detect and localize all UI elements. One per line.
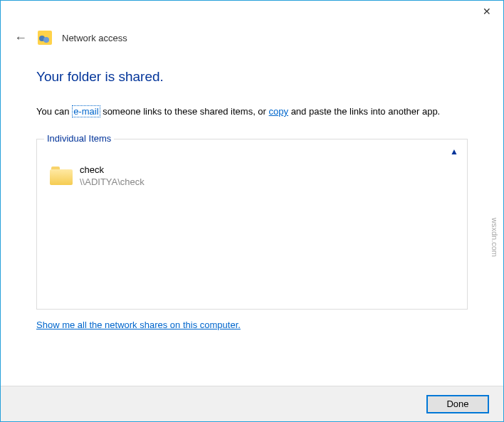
list-item[interactable]: check \\ADITYA\check	[47, 159, 457, 193]
description-text: You can e-mail someone links to these sh…	[36, 105, 468, 119]
desc-prefix: You can	[36, 106, 72, 117]
close-icon: ✕	[483, 6, 491, 17]
header-row: ← Network access	[1, 22, 503, 45]
desc-suffix: and paste the links into another app.	[288, 106, 440, 117]
group-label: Individual Items	[44, 133, 114, 144]
close-button[interactable]: ✕	[471, 1, 503, 22]
main-content: Your folder is shared. You can e-mail so…	[1, 45, 503, 331]
main-heading: Your folder is shared.	[36, 69, 468, 85]
email-link[interactable]: e-mail	[72, 105, 100, 117]
item-text: check \\ADITYA\check	[80, 164, 145, 189]
back-arrow-icon: ←	[14, 31, 27, 46]
show-all-shares-link[interactable]: Show me all the network shares on this c…	[36, 320, 241, 330]
item-path: \\ADITYA\check	[80, 176, 145, 189]
back-button[interactable]: ←	[14, 31, 28, 45]
copy-link[interactable]: copy	[269, 106, 288, 117]
window-titlebar: ✕	[1, 1, 503, 22]
collapse-toggle[interactable]: ▲	[450, 147, 458, 157]
done-button[interactable]: Done	[426, 395, 489, 413]
folder-icon	[50, 167, 73, 185]
network-access-icon	[38, 31, 52, 45]
page-title: Network access	[62, 33, 127, 43]
desc-mid: someone links to these shared items, or	[100, 106, 269, 117]
watermark: wsxdn.com	[490, 218, 499, 257]
individual-items-group: Individual Items ▲ check \\ADITYA\check	[36, 139, 468, 310]
item-name: check	[80, 164, 145, 176]
dialog-footer: Done	[1, 386, 503, 421]
chevron-up-icon: ▲	[450, 147, 458, 157]
